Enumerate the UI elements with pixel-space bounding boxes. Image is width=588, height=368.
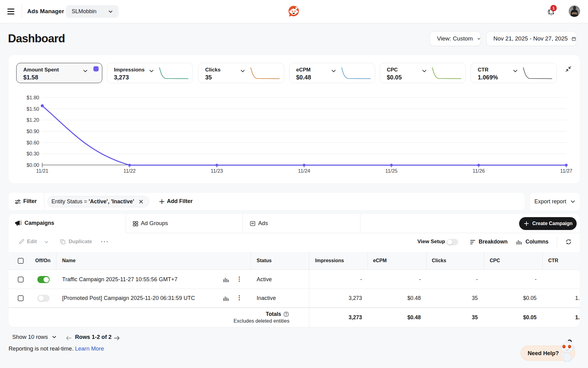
- svg-text:$1.50: $1.50: [27, 106, 39, 112]
- svg-text:11/23: 11/23: [211, 168, 223, 174]
- svg-text:$0.30: $0.30: [27, 151, 39, 156]
- svg-text:11/25: 11/25: [385, 168, 398, 174]
- svg-text:11/24: 11/24: [298, 168, 310, 174]
- svg-text:11/27: 11/27: [560, 168, 572, 174]
- svg-text:$1.20: $1.20: [27, 117, 39, 123]
- svg-text:$1.80: $1.80: [27, 95, 39, 100]
- svg-text:AD: AD: [251, 222, 254, 224]
- svg-text:$0.00: $0.00: [27, 162, 39, 168]
- svg-text:$0.60: $0.60: [27, 140, 39, 145]
- svg-text:$0.90: $0.90: [27, 128, 39, 134]
- svg-text:11/22: 11/22: [123, 168, 136, 174]
- svg-text:11/26: 11/26: [473, 168, 485, 174]
- svg-text:11/21: 11/21: [36, 168, 48, 174]
